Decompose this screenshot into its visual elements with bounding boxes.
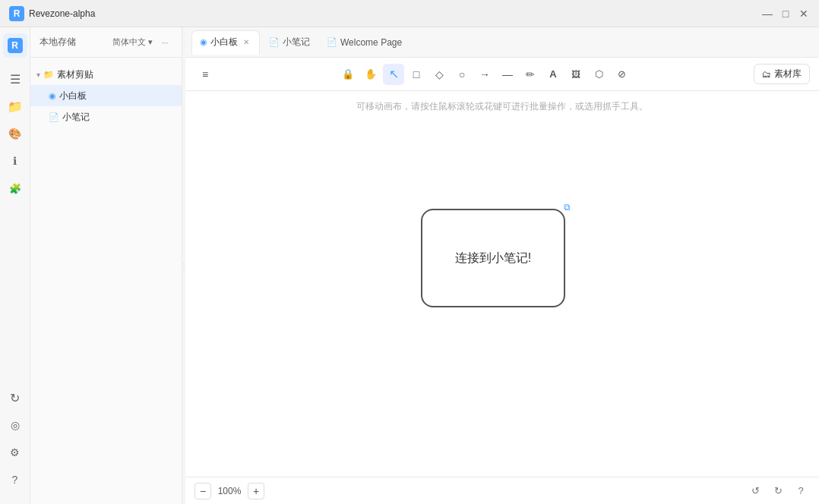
minimize-button[interactable]: — xyxy=(761,8,773,20)
toolbar-center: 🔒 ✋ ↖ □ ◇ ○ → — ✏ A 🖼 ⬡ ⊘ xyxy=(219,64,751,85)
file-panel-header: 本地存储 简体中文 ▾ ··· xyxy=(30,27,182,58)
canvas-area: 可移动画布，请按住鼠标滚轮或花键可进行批量操作，或选用抓手工具。 ⧉ 连接到小笔… xyxy=(185,91,819,477)
redo-button[interactable]: ↻ xyxy=(769,482,787,500)
close-button[interactable]: ✕ xyxy=(798,8,810,20)
tree-item-notebook[interactable]: 📄 小笔记 ··· xyxy=(30,106,182,128)
undo-button[interactable]: ↺ xyxy=(746,482,764,500)
icon-sidebar: R ☰ 📁 🎨 ℹ 🧩 ↻ ◎ ⚙ ? xyxy=(0,27,30,504)
select-tool-button[interactable]: ↖ xyxy=(383,64,404,85)
tree-item-whiteboard-label: 小白板 xyxy=(59,90,176,102)
whiteboard-node[interactable]: ⧉ 连接到小笔记! xyxy=(421,209,565,307)
whiteboard-tab-icon: ◉ xyxy=(200,37,207,47)
eraser-tool-button[interactable]: ⊘ xyxy=(611,64,632,85)
folder-tree-icon: 📁 xyxy=(43,70,54,80)
canvas-content[interactable]: ⧉ 连接到小笔记! xyxy=(185,91,819,477)
sidebar-bottom-icons: ↻ ◎ ⚙ ? xyxy=(3,386,27,498)
welcome-tab-label: Welcome Page xyxy=(340,37,402,48)
tab-notebook[interactable]: 📄 小笔记 xyxy=(261,30,318,55)
whiteboard-tab-label: 小白板 xyxy=(210,36,238,49)
zoom-in-button[interactable]: + xyxy=(248,483,264,499)
rect-tool-button[interactable]: □ xyxy=(406,64,427,85)
brand-logo: R xyxy=(8,38,23,53)
logo-icon: R xyxy=(9,6,24,21)
more-shapes-button[interactable]: ⬡ xyxy=(588,64,609,85)
arrow-tool-button[interactable]: → xyxy=(474,64,495,85)
maximize-button[interactable]: □ xyxy=(779,8,792,20)
whiteboard-tree-icon: ◉ xyxy=(49,91,56,101)
tabs-bar: ◉ 小白板 ✕ 📄 小笔记 📄 Welcome Page xyxy=(185,27,819,58)
toolbar-right: 🗂 素材库 xyxy=(754,64,810,84)
notebook-tab-label: 小笔记 xyxy=(283,36,310,49)
sync-sidebar-icon[interactable]: ↻ xyxy=(3,386,27,410)
tree-item-root[interactable]: ▾ 📁 素材剪贴 ··· xyxy=(30,64,182,85)
pen-tool-button[interactable]: ✏ xyxy=(520,64,541,85)
circle-tool-button[interactable]: ○ xyxy=(451,64,473,85)
help-sidebar-icon[interactable]: ? xyxy=(3,468,27,492)
toolbar: ≡ 🔒 ✋ ↖ □ ◇ ○ → — ✏ A 🖼 ⬡ ⊘ 🗂 素材库 xyxy=(185,58,819,91)
settings-sidebar-icon[interactable]: ⚙ xyxy=(3,440,27,465)
grab-tool-button[interactable]: ✋ xyxy=(360,64,381,85)
tab-welcome[interactable]: 📄 Welcome Page xyxy=(319,30,410,55)
diamond-tool-button[interactable]: ◇ xyxy=(428,64,450,85)
tree-item-whiteboard[interactable]: ◉ 小白板 ··· xyxy=(30,85,182,106)
file-panel: 本地存储 简体中文 ▾ ··· ▾ 📁 素材剪贴 ··· ◉ 小白板 ··· 📄… xyxy=(30,27,182,504)
sidebar-top-icons: ☰ 📁 🎨 ℹ 🧩 xyxy=(3,67,27,383)
image-tool-button[interactable]: 🖼 xyxy=(565,64,587,85)
toolbar-collapse-button[interactable]: ≡ xyxy=(194,64,216,85)
tab-whiteboard[interactable]: ◉ 小白板 ✕ xyxy=(191,30,260,55)
palette-sidebar-icon[interactable]: 🎨 xyxy=(3,121,27,146)
material-btn-label: 素材库 xyxy=(774,68,802,80)
tree-item-notebook-label: 小笔记 xyxy=(62,111,176,124)
material-library-button[interactable]: 🗂 素材库 xyxy=(754,64,810,84)
app-title: Revezone-alpha xyxy=(29,8,95,19)
info-sidebar-icon[interactable]: ℹ xyxy=(3,149,27,173)
notebook-tree-icon: 📄 xyxy=(49,112,59,122)
toolbar-left: ≡ xyxy=(194,64,216,85)
collapse-sidebar-icon[interactable]: ☰ xyxy=(3,67,27,91)
files-sidebar-icon[interactable]: 📁 xyxy=(3,94,27,118)
material-btn-icon: 🗂 xyxy=(762,69,771,80)
font-selector[interactable]: 简体中文 ▾ xyxy=(112,36,153,48)
whiteboard-tab-close[interactable]: ✕ xyxy=(241,37,251,48)
title-bar: R Revezone-alpha — □ ✕ xyxy=(0,0,819,27)
tree-chevron-root: ▾ xyxy=(36,71,40,79)
help-button[interactable]: ? xyxy=(792,482,810,500)
app-container: R ☰ 📁 🎨 ℹ 🧩 ↻ ◎ ⚙ ? 本地存储 简体中文 ▾ ··· ▾ 📁 xyxy=(0,27,819,504)
line-tool-button[interactable]: — xyxy=(497,64,518,85)
bottom-bar: − 100% + ↺ ↻ ? xyxy=(185,477,819,504)
whiteboard-node-text: 连接到小笔记! xyxy=(455,250,531,266)
node-link-icon[interactable]: ⧉ xyxy=(559,200,574,215)
lock-tool-button[interactable]: 🔒 xyxy=(337,64,359,85)
file-tree: ▾ 📁 素材剪贴 ··· ◉ 小白板 ··· 📄 小笔记 ··· xyxy=(30,58,182,504)
notebook-tab-icon: 📄 xyxy=(269,37,280,47)
window-controls: — □ ✕ xyxy=(761,8,810,20)
tree-item-root-label: 素材剪贴 xyxy=(57,68,176,81)
brand-sidebar-icon[interactable]: R xyxy=(3,33,27,58)
file-panel-more-btn[interactable]: ··· xyxy=(157,35,172,50)
file-panel-title: 本地存储 xyxy=(40,36,108,49)
text-tool-button[interactable]: A xyxy=(542,64,564,85)
zoom-value: 100% xyxy=(214,486,245,496)
app-logo: R Revezone-alpha xyxy=(9,6,95,21)
zoom-controls: − 100% + xyxy=(194,483,264,499)
zoom-out-button[interactable]: − xyxy=(194,483,211,499)
welcome-tab-icon: 📄 xyxy=(327,37,337,47)
extension-sidebar-icon[interactable]: 🧩 xyxy=(3,176,27,200)
content-area: ◉ 小白板 ✕ 📄 小笔记 📄 Welcome Page ≡ 🔒 ✋ ↖ xyxy=(185,27,819,504)
github-sidebar-icon[interactable]: ◎ xyxy=(3,413,27,437)
